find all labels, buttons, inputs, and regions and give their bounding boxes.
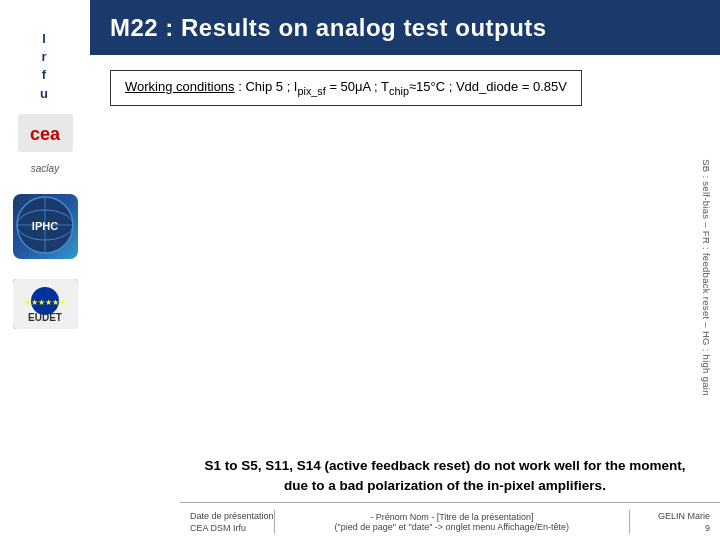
footer-page-number: 9 xyxy=(630,523,710,533)
footer-note: ("pied de page" et "date" -> onglet menu… xyxy=(335,522,570,532)
bottom-description: S1 to S5, S11, S14 (active feedback rese… xyxy=(200,456,690,497)
title-bar: M22 : Results on analog test outputs xyxy=(90,0,720,55)
footer-right: GELIN Marie 9 xyxy=(630,511,710,533)
footer-center: - Prénom Nom - [Titre de la présentation… xyxy=(275,512,629,532)
footer-title-placeholder: [Titre de la présentation] xyxy=(437,512,534,522)
cea-logo: cea xyxy=(18,113,73,153)
svg-text:EUDET: EUDET xyxy=(28,312,62,323)
lrfu-logo: l r f u xyxy=(40,30,50,103)
footer-presenter: - Prénom Nom - xyxy=(370,512,434,522)
svg-text:cea: cea xyxy=(29,124,60,144)
svg-text:IPHC: IPHC xyxy=(32,220,58,232)
slide: l r f u cea saclay xyxy=(0,0,720,540)
footer-date-label: Date de présentation xyxy=(190,511,274,521)
main-content: M22 : Results on analog test outputs SB … xyxy=(90,0,720,540)
footer-org: CEA DSM Irfu xyxy=(190,523,274,533)
footer: Date de présentation CEA DSM Irfu - Prén… xyxy=(180,502,720,540)
eudet-logo: ★★★★★★ EUDET xyxy=(13,279,78,329)
footer-left: Date de présentation CEA DSM Irfu xyxy=(190,511,274,533)
slide-title: M22 : Results on analog test outputs xyxy=(110,14,547,42)
saclay-logo: saclay xyxy=(31,163,59,174)
sidebar: l r f u cea saclay xyxy=(0,0,90,540)
content-area: Working conditions : Chip 5 ; Ipix_sf = … xyxy=(90,55,720,500)
working-conditions-label: Working conditions xyxy=(125,79,235,94)
working-conditions-value: Chip 5 ; Ipix_sf = 50μA ; Tchip≈15°C ; V… xyxy=(245,79,566,94)
footer-author: GELIN Marie xyxy=(630,511,710,521)
iphc-logo: IPHC xyxy=(13,194,78,259)
bottom-description-text: S1 to S5, S11, S14 (active feedback rese… xyxy=(205,458,686,493)
working-conditions-box: Working conditions : Chip 5 ; Ipix_sf = … xyxy=(110,70,582,106)
svg-text:★★★★★★: ★★★★★★ xyxy=(24,298,66,307)
